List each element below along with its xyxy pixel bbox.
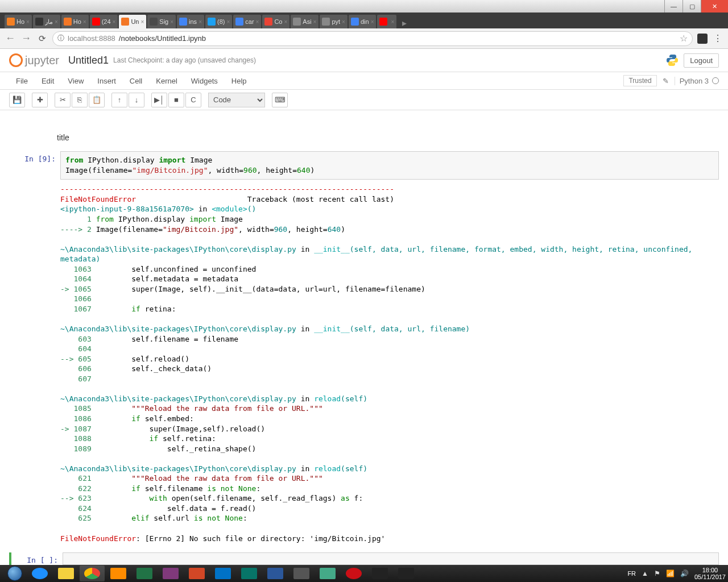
- kernel-status-icon: [712, 77, 719, 84]
- move-up-button[interactable]: ↑: [111, 93, 127, 107]
- tab-close-icon[interactable]: ×: [140, 19, 144, 25]
- back-button[interactable]: ←: [5, 32, 16, 44]
- tab-close-icon[interactable]: ×: [26, 19, 30, 25]
- tab-close-icon[interactable]: ×: [256, 19, 259, 25]
- page-content: jupyter Untitled1 Last Checkpoint: a day…: [0, 49, 728, 565]
- tab-close-icon[interactable]: ×: [371, 19, 374, 25]
- menu-insert[interactable]: Insert: [90, 77, 123, 85]
- favicon-icon: [351, 18, 359, 26]
- tab-label: din: [361, 18, 369, 25]
- stop-button[interactable]: ■: [168, 93, 184, 107]
- menu-edit[interactable]: Edit: [35, 77, 61, 85]
- code-input[interactable]: from IPython.display import Image Image(…: [60, 151, 719, 180]
- paste-button[interactable]: 📋: [89, 93, 105, 107]
- jupyter-logo[interactable]: jupyter: [9, 53, 59, 67]
- copy-button[interactable]: ⎘: [72, 93, 88, 107]
- favicon-icon: [293, 18, 301, 26]
- browser-menu-icon[interactable]: ⋮: [712, 33, 723, 44]
- browser-tab[interactable]: Asi×: [291, 15, 318, 28]
- menu-widgets[interactable]: Widgets: [184, 77, 225, 85]
- menu-view[interactable]: View: [61, 77, 90, 85]
- move-down-button[interactable]: ↓: [129, 93, 144, 107]
- favicon-icon: [379, 18, 387, 26]
- add-cell-button[interactable]: ✚: [32, 93, 48, 107]
- cell-output: ----------------------------------------…: [60, 180, 719, 543]
- address-bar: ← → ⟳ ⓘ localhost:8888/notebooks/Untitle…: [0, 28, 728, 49]
- browser-tab[interactable]: Ho×: [5, 15, 32, 28]
- menu-help[interactable]: Help: [225, 77, 254, 85]
- command-palette-button[interactable]: ⌨: [272, 93, 288, 107]
- extension-icon[interactable]: [697, 34, 708, 44]
- trusted-indicator[interactable]: Trusted: [623, 75, 656, 86]
- tab-label: Ho: [73, 18, 81, 25]
- bookmark-icon[interactable]: ☆: [680, 33, 688, 44]
- browser-tab[interactable]: (24×: [90, 15, 118, 28]
- tab-label: (8): [217, 18, 225, 25]
- browser-tab[interactable]: pyt×: [320, 15, 348, 28]
- tab-label: Ho: [16, 18, 24, 25]
- tab-close-icon[interactable]: ×: [313, 19, 317, 25]
- menu-kernel[interactable]: Kernel: [149, 77, 184, 85]
- browser-tab[interactable]: din×: [349, 15, 377, 28]
- forward-button[interactable]: →: [20, 32, 32, 44]
- tab-close-icon[interactable]: ×: [113, 19, 116, 25]
- maximize-button[interactable]: ▢: [682, 0, 701, 13]
- jupyter-header: jupyter Untitled1 Last Checkpoint: a day…: [0, 49, 728, 72]
- new-tab-button[interactable]: ▸: [398, 18, 411, 28]
- favicon-icon: [235, 18, 243, 26]
- python-logo-icon: [665, 53, 679, 67]
- tab-label: Asi: [303, 18, 311, 25]
- restart-button[interactable]: C: [185, 93, 201, 107]
- browser-tab[interactable]: Co×: [262, 15, 289, 28]
- menu-bar: FileEditViewInsertCellKernelWidgetsHelp …: [0, 72, 728, 90]
- notebook-title[interactable]: Untitled1: [68, 55, 109, 66]
- cut-button[interactable]: ✂: [55, 93, 71, 107]
- favicon-icon: [179, 18, 187, 26]
- code-cell-empty[interactable]: In [ ]:: [9, 552, 719, 565]
- tab-close-icon[interactable]: ×: [226, 19, 230, 25]
- favicon-icon: [121, 18, 129, 26]
- tab-close-icon[interactable]: ×: [284, 19, 287, 25]
- tab-label: Co: [274, 18, 282, 25]
- tab-close-icon[interactable]: ×: [55, 19, 58, 25]
- menu-cell[interactable]: Cell: [123, 77, 149, 85]
- browser-tab[interactable]: Sig×: [147, 15, 176, 28]
- browser-tab[interactable]: (8)×: [205, 15, 232, 28]
- browser-tab[interactable]: ins×: [177, 15, 204, 28]
- tab-close-icon[interactable]: ×: [170, 19, 173, 25]
- url-input[interactable]: ⓘ localhost:8888/notebooks/Untitled1.ipy…: [52, 31, 693, 46]
- tab-close-icon[interactable]: ×: [342, 19, 345, 25]
- close-button[interactable]: ✕: [701, 0, 728, 13]
- tab-label: Sig: [159, 18, 168, 25]
- tab-close-icon[interactable]: ×: [391, 19, 394, 25]
- minimize-button[interactable]: —: [664, 0, 682, 13]
- code-cell[interactable]: In [9]: from IPython.display import Imag…: [9, 151, 719, 543]
- save-button[interactable]: 💾: [9, 93, 25, 107]
- toolbar: 💾 ✚ ✂ ⎘ 📋 ↑ ↓ ▶│ ■ C Code ⌨: [0, 90, 728, 110]
- cell-type-select[interactable]: Code: [208, 93, 265, 107]
- logout-button[interactable]: Logout: [684, 53, 719, 68]
- edit-icon[interactable]: ✎: [663, 77, 669, 85]
- tab-close-icon[interactable]: ×: [83, 19, 86, 25]
- browser-tab[interactable]: مار×: [33, 15, 60, 28]
- run-button[interactable]: ▶│: [151, 93, 167, 107]
- url-path: /notebooks/Untitled1.ipynb: [119, 34, 206, 43]
- browser-tabs: Ho×مار×Ho×(24×Un×Sig×ins×(8)×car×Co×Asi×…: [0, 13, 728, 28]
- tab-label: car: [245, 18, 254, 25]
- reload-button[interactable]: ⟳: [36, 34, 48, 44]
- markdown-content: title: [9, 122, 719, 142]
- tab-close-icon[interactable]: ×: [198, 19, 202, 25]
- kernel-indicator[interactable]: Python 3: [675, 77, 719, 85]
- code-input[interactable]: [63, 552, 719, 565]
- browser-tab[interactable]: Un×: [119, 15, 146, 28]
- tab-label: pyt: [332, 18, 340, 25]
- favicon-icon: [322, 18, 330, 26]
- jupyter-logo-icon: [9, 53, 23, 67]
- markdown-cell[interactable]: title: [9, 122, 719, 142]
- browser-tab[interactable]: ×: [377, 15, 396, 28]
- browser-tab[interactable]: Ho×: [61, 15, 89, 28]
- browser-tab[interactable]: car×: [233, 15, 261, 28]
- menu-file[interactable]: File: [9, 77, 35, 85]
- favicon-icon: [150, 18, 158, 26]
- tab-label: Un: [131, 18, 139, 25]
